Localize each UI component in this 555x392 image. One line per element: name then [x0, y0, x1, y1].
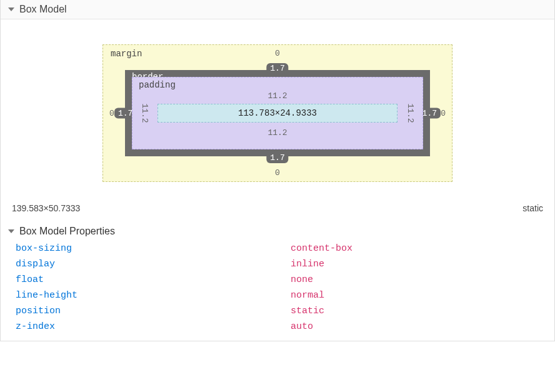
property-value: static — [291, 306, 324, 316]
box-model-panel: Box Model margin 0 0 0 0 border 1.7 1.7 … — [0, 0, 555, 341]
border-top-value[interactable]: 1.7 — [266, 63, 288, 74]
content-region[interactable]: 113.783×24.9333 — [158, 104, 398, 123]
property-value: none — [291, 274, 313, 285]
property-row[interactable]: position static — [1, 303, 554, 319]
margin-left-value[interactable]: 0 — [109, 109, 114, 118]
content-dimensions: 113.783×24.9333 — [238, 108, 317, 118]
property-value: auto — [291, 321, 313, 332]
property-name: box-sizing — [16, 243, 291, 254]
property-row[interactable]: display inline — [1, 256, 554, 272]
padding-label: padding — [139, 80, 176, 90]
section-title: Box Model — [19, 4, 67, 15]
box-model-section-header[interactable]: Box Model — [1, 0, 554, 19]
property-row[interactable]: z-index auto — [1, 319, 554, 334]
property-value: content-box — [291, 243, 352, 254]
padding-region[interactable]: padding 11.2 11.2 11.2 11.2 113.783×24.9… — [132, 77, 423, 149]
margin-label: margin — [111, 49, 142, 59]
padding-bottom-value[interactable]: 11.2 — [268, 128, 287, 138]
element-dimensions: 139.583×50.7333 — [12, 203, 80, 213]
property-value: normal — [291, 290, 324, 301]
margin-bottom-value[interactable]: 0 — [275, 168, 280, 178]
property-row[interactable]: box-sizing content-box — [1, 241, 554, 256]
box-model-properties-header[interactable]: Box Model Properties — [1, 223, 554, 239]
margin-region[interactable]: margin 0 0 0 0 border 1.7 1.7 1.7 1.7 pa… — [102, 44, 452, 182]
property-row[interactable]: float none — [1, 272, 554, 288]
property-name: position — [16, 306, 291, 316]
box-model-diagram: margin 0 0 0 0 border 1.7 1.7 1.7 1.7 pa… — [1, 19, 554, 198]
property-name: float — [16, 274, 291, 285]
chevron-down-icon — [8, 229, 14, 233]
border-region[interactable]: border 1.7 1.7 1.7 1.7 padding 11.2 11.2… — [125, 70, 430, 156]
property-value: inline — [291, 259, 324, 269]
margin-right-value[interactable]: 0 — [441, 109, 446, 118]
property-name: display — [16, 259, 291, 269]
property-name: z-index — [16, 321, 291, 332]
element-info-row: 139.583×50.7333 static — [1, 198, 554, 223]
chevron-down-icon — [8, 8, 14, 11]
padding-top-value[interactable]: 11.2 — [268, 91, 287, 101]
section-title: Box Model Properties — [19, 226, 115, 237]
border-bottom-value[interactable]: 1.7 — [266, 153, 288, 163]
property-name: line-height — [16, 290, 291, 301]
properties-list: box-sizing content-box display inline fl… — [1, 239, 554, 341]
padding-right-value[interactable]: 11.2 — [406, 103, 415, 123]
property-row[interactable]: line-height normal — [1, 288, 554, 303]
margin-top-value[interactable]: 0 — [275, 49, 280, 58]
element-position-scheme: static — [522, 203, 543, 213]
padding-left-value[interactable]: 11.2 — [140, 103, 149, 123]
